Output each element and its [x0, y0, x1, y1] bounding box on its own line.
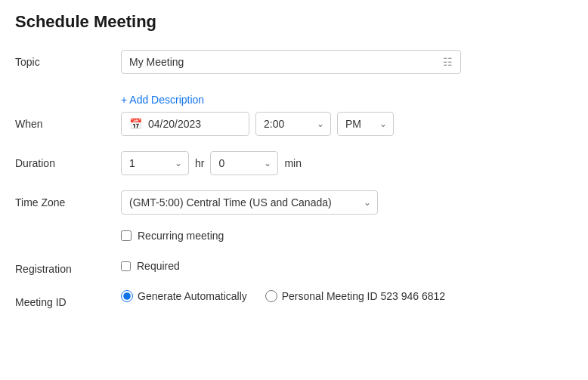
chevron-down-icon: ⌄ [317, 119, 324, 129]
recurring-label[interactable]: Recurring meeting [138, 230, 224, 242]
registration-label: Registration [15, 257, 121, 275]
timezone-label: Time Zone [15, 190, 121, 209]
duration-fields: 0 1 2 3 4 ⌄ hr 0 15 30 45 ⌄ min [121, 151, 573, 175]
topic-label: Topic [15, 50, 121, 68]
timezone-control: (GMT-5:00) Central Time (US and Canada) … [121, 190, 573, 215]
timezone-row: Time Zone (GMT-5:00) Central Time (US an… [15, 190, 573, 215]
duration-label: Duration [15, 151, 121, 169]
hours-select[interactable]: 0 1 2 3 4 [122, 152, 158, 175]
hr-label: hr [195, 157, 204, 169]
meeting-id-radio-group: Generate Automatically Personal Meeting … [121, 290, 573, 302]
radio-personal-label[interactable]: Personal Meeting ID 523 946 6812 [282, 290, 445, 302]
radio-option-personal[interactable]: Personal Meeting ID 523 946 6812 [265, 290, 445, 302]
chevron-down-icon: ⌄ [175, 158, 182, 168]
recurring-row: Recurring meeting [121, 230, 573, 242]
registration-control: Required [121, 260, 573, 272]
topic-input-wrapper: ☷ [121, 50, 461, 74]
edit-icon: ☷ [443, 56, 453, 68]
when-fields: 📅 04/20/2023 2:00 2:30 3:00 ⌄ AM PM ⌄ [121, 112, 573, 136]
hours-select-wrapper: 0 1 2 3 4 ⌄ [121, 151, 189, 175]
radio-personal[interactable] [265, 290, 277, 302]
registration-checkbox[interactable] [121, 261, 131, 271]
chevron-down-icon: ⌄ [364, 197, 371, 208]
duration-row: Duration 0 1 2 3 4 ⌄ hr 0 15 30 45 [15, 151, 573, 175]
minutes-select-wrapper: 0 15 30 45 ⌄ [210, 151, 278, 175]
topic-input[interactable] [129, 56, 443, 68]
date-input[interactable]: 📅 04/20/2023 [121, 112, 249, 136]
registration-required-label[interactable]: Required [137, 260, 180, 272]
time-select-wrapper: 2:00 2:30 3:00 ⌄ [255, 112, 331, 136]
chevron-down-icon: ⌄ [264, 158, 271, 168]
timezone-select[interactable]: (GMT-5:00) Central Time (US and Canada) … [122, 191, 356, 214]
ampm-select-wrapper: AM PM ⌄ [337, 112, 394, 136]
topic-row: Topic ☷ [15, 50, 573, 74]
page-title: Schedule Meeting [15, 12, 573, 32]
topic-control: ☷ [121, 50, 573, 74]
min-label: min [284, 157, 302, 169]
ampm-select[interactable]: AM PM [338, 113, 384, 135]
minutes-select[interactable]: 0 15 30 45 [211, 152, 253, 175]
calendar-icon: 📅 [129, 118, 142, 130]
meeting-id-control: Generate Automatically Personal Meeting … [121, 290, 573, 302]
meeting-id-label: Meeting ID [15, 290, 121, 308]
duration-control: 0 1 2 3 4 ⌄ hr 0 15 30 45 ⌄ min [121, 151, 573, 175]
recurring-checkbox[interactable] [121, 230, 132, 241]
when-label: When [15, 112, 121, 130]
meeting-id-row: Meeting ID Generate Automatically Person… [15, 290, 573, 308]
radio-auto[interactable] [121, 290, 133, 302]
date-value: 04/20/2023 [148, 118, 201, 130]
when-control: 📅 04/20/2023 2:00 2:30 3:00 ⌄ AM PM ⌄ [121, 112, 573, 136]
when-row: When 📅 04/20/2023 2:00 2:30 3:00 ⌄ AM PM [15, 112, 573, 136]
registration-row: Registration Required [15, 257, 573, 275]
add-description-button[interactable]: + Add Description [121, 94, 204, 106]
timezone-select-wrapper: (GMT-5:00) Central Time (US and Canada) … [121, 190, 378, 215]
time-select[interactable]: 2:00 2:30 3:00 [256, 113, 308, 135]
radio-auto-label[interactable]: Generate Automatically [138, 290, 247, 302]
radio-option-auto[interactable]: Generate Automatically [121, 290, 247, 302]
